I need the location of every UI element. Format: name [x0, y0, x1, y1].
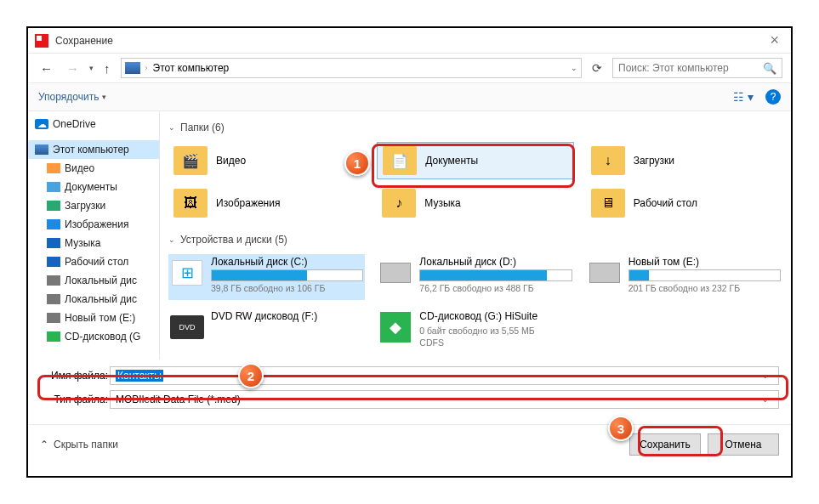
address-dropdown[interactable]: ⌄	[571, 64, 577, 72]
sidebar-item[interactable]: Новый том (E:)	[28, 309, 159, 327]
sidebar-item[interactable]: Загрузки	[28, 196, 159, 215]
forward-button[interactable]: →	[63, 59, 82, 77]
drive-free: 39,8 ГБ свободно из 106 ГБ	[211, 283, 363, 293]
sidebar-item[interactable]: Локальный дис	[28, 271, 159, 290]
sidebar-item[interactable]: Изображения	[28, 215, 159, 234]
sidebar-label: OneDrive	[53, 118, 96, 130]
window-title: Сохранение	[55, 35, 113, 47]
sidebar-label: Видео	[65, 162, 94, 174]
drive-icon: DVD	[170, 310, 204, 344]
drive-name: Локальный диск (D:)	[419, 256, 572, 268]
search-box[interactable]: 🔍	[612, 58, 782, 78]
bottom-fields: Имя файла: Контакты ⌄ Тип файла: MOBIled…	[28, 360, 791, 424]
callout-2: 2	[238, 363, 264, 388]
body: ☁ OneDrive Этот компьютер ВидеоДокументы…	[28, 111, 791, 360]
folder-label: Музыка	[424, 197, 460, 209]
folder-icon	[47, 201, 60, 211]
sidebar-label: Локальный дис	[65, 275, 137, 286]
sidebar-label: CD-дисковод (G	[65, 331, 140, 343]
drive-free: 0 байт свободно из 5,55 МБ	[419, 326, 572, 336]
address-bar[interactable]: › Этот компьютер ⌄	[121, 58, 583, 78]
chevron-up-icon: ⌃	[40, 439, 48, 450]
sidebar-label: Изображения	[65, 218, 128, 230]
search-input[interactable]	[618, 62, 763, 74]
folder-item[interactable]: 🖥Рабочий стол	[586, 184, 782, 222]
view-options-button[interactable]: ☷ ▾	[733, 90, 754, 104]
cancel-button[interactable]: Отмена	[708, 433, 779, 456]
folder-item[interactable]: 🎬Видео	[168, 142, 365, 179]
group-header-folders[interactable]: ⌄ Папки (6)	[168, 122, 782, 133]
app-icon	[35, 34, 48, 48]
drive-name: DVD RW дисковод (F:)	[211, 310, 363, 322]
drive-fs: CDFS	[419, 337, 572, 348]
sidebar-item[interactable]: Видео	[28, 159, 159, 178]
folder-icon: 🖼	[173, 189, 208, 218]
drive-name: Новый том (E:)	[628, 256, 781, 268]
drive-usage-bar	[628, 269, 781, 281]
folder-icon: ↓	[591, 146, 625, 175]
folder-icon	[47, 294, 60, 304]
folder-icon: 📄	[383, 146, 417, 175]
folder-icon	[47, 275, 60, 286]
filename-value: Контакты	[116, 370, 163, 382]
folder-label: Изображения	[216, 197, 280, 209]
history-dropdown[interactable]: ▾	[89, 64, 94, 72]
filename-label: Имя файла:	[40, 370, 110, 382]
chevron-down-icon[interactable]: ⌄	[758, 395, 773, 404]
callout-1: 1	[344, 150, 370, 176]
folder-label: Загрузки	[634, 155, 674, 167]
drive-item[interactable]: Новый том (E:)201 ГБ свободно из 232 ГБ	[586, 254, 782, 300]
folder-label: Документы	[425, 155, 478, 167]
dialog-window: Сохранение × ← → ▾ ↑ › Этот компьютер ⌄ …	[26, 26, 793, 478]
sidebar-label: Загрузки	[65, 200, 105, 212]
sidebar-item-thispc[interactable]: Этот компьютер	[28, 140, 159, 159]
back-button[interactable]: ←	[37, 59, 56, 77]
filetype-value: MOBIledit Data File (*.med)	[116, 394, 241, 405]
hide-folders-label: Скрыть папки	[54, 439, 118, 450]
folder-icon	[47, 219, 60, 229]
drive-free: 201 ГБ свободно из 232 ГБ	[628, 283, 781, 293]
drive-free: 76,2 ГБ свободно из 488 ГБ	[419, 283, 572, 293]
group-title: Папки (6)	[180, 122, 225, 133]
drive-name: CD-дисковод (G:) HiSuite	[419, 310, 572, 322]
sidebar-item[interactable]: CD-дисковод (G	[28, 327, 159, 346]
up-button[interactable]: ↑	[100, 59, 114, 77]
breadcrumb[interactable]: Этот компьютер	[153, 62, 230, 74]
refresh-button[interactable]: ⟳	[589, 61, 606, 75]
drive-item[interactable]: ⊞Локальный диск (C:)39,8 ГБ свободно из …	[168, 254, 365, 300]
drive-icon: ◆	[378, 310, 412, 344]
sidebar-item[interactable]: Рабочий стол	[28, 252, 159, 271]
chevron-down-icon[interactable]: ⌄	[758, 371, 773, 380]
callout-3: 3	[608, 416, 634, 441]
filetype-select[interactable]: MOBIledit Data File (*.med) ⌄	[110, 390, 779, 409]
sidebar-item[interactable]: Музыка	[28, 234, 159, 252]
folder-icon	[47, 238, 60, 248]
filename-row: Имя файла: Контакты ⌄	[40, 366, 779, 385]
sidebar-label: Рабочий стол	[65, 256, 128, 268]
titlebar: Сохранение ×	[28, 28, 791, 54]
sidebar-item-onedrive[interactable]: ☁ OneDrive	[28, 115, 159, 133]
search-icon: 🔍	[763, 62, 776, 75]
folder-icon	[47, 182, 60, 192]
folder-item[interactable]: 🖼Изображения	[168, 184, 365, 222]
drive-item[interactable]: DVDDVD RW дисковод (F:)	[168, 309, 365, 354]
sidebar: ☁ OneDrive Этот компьютер ВидеоДокументы…	[28, 111, 160, 360]
sidebar-item[interactable]: Документы	[28, 178, 159, 196]
folder-item[interactable]: ♪Музыка	[377, 184, 573, 222]
help-button[interactable]: ?	[765, 89, 781, 105]
drive-item[interactable]: Локальный диск (D:)76,2 ГБ свободно из 4…	[377, 254, 573, 300]
thispc-icon	[35, 144, 48, 155]
filename-input[interactable]: Контакты ⌄	[110, 366, 779, 385]
group-header-drives[interactable]: ⌄ Устройства и диски (5)	[168, 234, 782, 246]
drive-item[interactable]: ◆CD-дисковод (G:) HiSuite0 байт свободно…	[377, 309, 573, 354]
close-button[interactable]: ×	[765, 31, 784, 49]
organize-button[interactable]: Упорядочить ▾	[38, 91, 106, 103]
drive-icon: ⊞	[170, 256, 204, 290]
hide-folders-button[interactable]: ⌃ Скрыть папки	[40, 439, 118, 450]
sidebar-item[interactable]: Локальный дис	[28, 290, 159, 309]
folder-item[interactable]: 📄Документы	[377, 142, 573, 179]
save-button[interactable]: Сохранить	[629, 433, 701, 456]
folder-item[interactable]: ↓Загрузки	[586, 142, 782, 179]
drive-usage-bar	[211, 269, 363, 281]
navbar: ← → ▾ ↑ › Этот компьютер ⌄ ⟳ 🔍	[28, 54, 791, 82]
